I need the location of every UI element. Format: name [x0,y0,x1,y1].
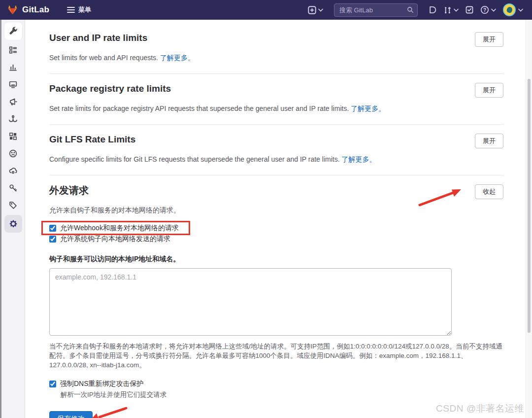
sidebar-item-credentials[interactable] [4,180,22,195]
section-description: 允许来自钩子和服务的对本地网络的请求。 [49,205,503,215]
watermark: CSDN @非著名运维 [436,402,524,415]
divider [49,175,503,175]
outbound-form: 允许Webhook和服务对本地网络的请求 允许系统钩子向本地网络发送的请求 钩子… [49,223,503,418]
section-description: Configure specific limits for Git LFS re… [49,154,503,164]
hamburger-icon [67,7,75,13]
top-navigation-bar: GitLab 菜单 ? [0,0,532,20]
credentials-key-icon [9,184,17,192]
checkbox-row-dns: 强制DNS重新绑定攻击保护 [49,379,503,389]
system-hooks-icon [9,115,17,123]
section-title: Package registry rate limits [49,83,171,95]
settings-content: User and IP rate limits 展开 Set limits fo… [25,20,532,418]
issues-button[interactable] [429,6,436,14]
merge-requests-button[interactable] [443,6,459,14]
section-description: Set limits for web and API requests. 了解更… [49,53,503,63]
admin-sidebar [0,20,25,418]
annotation-arrow-collapse [418,186,463,207]
chevron-down-icon [318,8,323,12]
sidebar-item-applications[interactable] [4,129,22,143]
section-title: 外发请求 [49,184,89,196]
gitlab-tanuki-icon [7,4,18,15]
sidebar-item-deploy[interactable] [4,163,22,178]
sidebar-item-admin-overview[interactable] [4,22,22,40]
help-button[interactable]: ? [480,5,496,14]
wrench-admin-icon [9,27,18,35]
allowlist-help-text: 当不允许来自钩子和服务的本地请求时，将允许对本地网络上这些域/地址的请求。可支持… [49,342,503,370]
dns-rebinding-label[interactable]: 强制DNS重新绑定攻击保护 [60,380,144,388]
save-row: 保存修改 [49,411,503,418]
sidebar-item-abuse-reports[interactable] [4,146,22,161]
allowlist-label: 钩子和服务可以访问的本地IP地址和域名。 [49,255,503,264]
sidebar-item-analytics[interactable] [4,60,22,74]
sidebar-item-overview[interactable] [4,42,22,57]
menu-button[interactable]: 菜单 [67,5,91,14]
annotation-arrow-save [89,406,129,418]
allow-system-hooks-checkbox[interactable] [49,236,56,243]
expand-button[interactable]: 展开 [475,134,503,148]
issues-icon [429,6,436,14]
sidebar-item-monitoring[interactable] [4,77,22,92]
allow-webhook-label[interactable]: 允许Webhook和服务对本地网络的请求 [60,224,179,233]
abuse-reports-icon [9,149,17,158]
settings-gear-icon [9,219,18,228]
analytics-icon [9,63,17,71]
sidebar-item-settings[interactable] [4,215,22,233]
labels-tag-icon [9,201,17,209]
section-title: User and IP rate limits [49,32,147,44]
scrollbar-thumb[interactable] [528,79,531,333]
section-description: Set rate limits for package registry API… [49,104,503,113]
search-icon [407,6,414,13]
chevron-down-icon [454,8,459,12]
merge-requests-icon [443,6,452,14]
user-menu-button[interactable] [503,3,523,16]
help-icon: ? [480,5,489,14]
checkbox-row-system-hooks: 允许系统钩子向本地网络发送的请求 [49,234,503,244]
checkbox-row-webhook: 允许Webhook和服务对本地网络的请求 [49,223,503,233]
todos-button[interactable] [466,6,473,14]
new-menu-button[interactable] [308,6,323,14]
learn-more-link[interactable]: 了解更多。 [341,155,376,163]
sidebar-item-labels[interactable] [4,198,22,212]
divider [49,124,503,125]
learn-more-link[interactable]: 了解更多。 [160,54,195,62]
expand-button[interactable]: 展开 [475,32,503,47]
avatar [503,3,516,16]
section-package-registry-rate-limits: Package registry rate limits 展开 Set rate… [49,83,503,113]
deploy-cloud-icon [9,167,17,175]
monitoring-icon [9,80,17,89]
messages-megaphone-icon [9,98,17,106]
gitlab-logo[interactable]: GitLab [7,4,49,15]
gitlab-wordmark: GitLab [22,5,49,15]
overview-icon [9,46,17,54]
divider [49,73,503,74]
search-input[interactable] [334,3,418,17]
allow-system-hooks-label[interactable]: 允许系统钩子向本地网络发送的请求 [60,235,170,244]
expand-button[interactable]: 展开 [475,83,503,98]
dns-rebinding-block: 强制DNS重新绑定攻击保护 解析一次IP地址并使用它们提交请求 [49,379,503,399]
chevron-down-icon [518,8,523,12]
section-user-ip-rate-limits: User and IP rate limits 展开 Set limits fo… [49,32,503,63]
dns-rebinding-checkbox[interactable] [49,381,56,387]
section-outbound-requests: 外发请求 收起 允许来自钩子和服务的对本地网络的请求。 允许Webhook和服务… [49,184,503,418]
section-git-lfs-rate-limits: Git LFS Rate Limits 展开 Configure specifi… [49,134,503,164]
learn-more-link[interactable]: 了解更多。 [351,104,385,112]
section-title: Git LFS Rate Limits [49,134,135,145]
vertical-scrollbar[interactable] [526,20,532,418]
todos-icon [466,6,473,14]
sidebar-item-system-hooks[interactable] [4,111,22,126]
save-changes-button[interactable]: 保存修改 [49,411,93,418]
allow-webhook-checkbox[interactable] [49,225,56,232]
collapse-button[interactable]: 收起 [475,184,503,199]
allowlist-textarea[interactable] [49,268,452,336]
applications-icon [9,132,17,140]
chevron-down-icon [491,8,496,12]
dns-rebinding-help: 解析一次IP地址并使用它们提交请求 [61,390,503,399]
svg-text:?: ? [483,7,486,13]
sidebar-item-messages[interactable] [4,94,22,109]
plus-square-icon [308,6,316,14]
